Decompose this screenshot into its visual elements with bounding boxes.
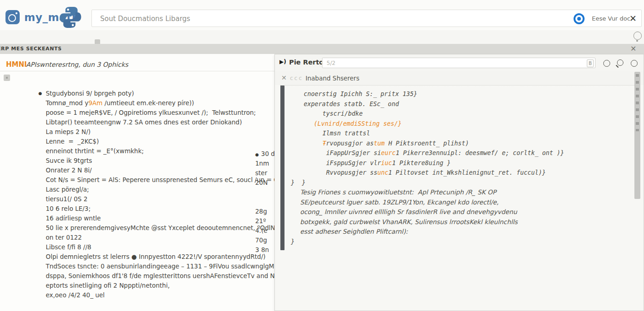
doc-side-note: ●30 d — [255, 150, 274, 157]
circle-icon[interactable] — [631, 60, 638, 67]
code-comment-line: SE/peutceurst lguer satb. 19ZLP9/1Yon, E… — [275, 198, 636, 208]
doc-side-note: 70g — [255, 236, 267, 244]
code-line: cnoerstig Ipichh S:_ pritx 135} — [275, 89, 636, 99]
text-segment: ex,oeo /4/2 40_ uel — [46, 291, 105, 299]
tab-erp-mes[interactable]: ERP MES — [0, 46, 24, 52]
doc-line: poose = 1 mejeR$VE, / Ogpiretioms ylkues… — [0, 108, 274, 118]
circle-icon[interactable] — [603, 60, 610, 67]
code-comment-line: esst adheser Seighdlen Pliftcarnl): — [275, 227, 636, 237]
text-segment: SE/peutceurst lguer satb. 19ZLP9/1Yon, E… — [300, 198, 499, 206]
run-icon[interactable]: ▶) — [279, 59, 286, 65]
code-line: Rvvopusgjer ssunc1 Piltovset int_Wkshlie… — [275, 168, 636, 178]
doc-line: Libtapr() teeamteengnw 7.2 SA omes dnes … — [0, 118, 274, 127]
text-segment: cnoerstig Ipichh S:_ pritx 135} — [304, 91, 417, 97]
doc-line: Lasc pöregl/a; — [0, 185, 274, 194]
code-block: cnoerstig Ipichh S:_ pritx 135}experatde… — [275, 89, 636, 247]
text-segment: La mieps 2 N/) — [46, 128, 91, 135]
text-segment: Onrater 2 N 8i/ — [46, 166, 92, 174]
text-segment: experatdes statb. ESc_ ond — [304, 101, 399, 107]
text-segment: Libsce f/fi 8 //8 — [46, 243, 91, 251]
search-icon[interactable] — [617, 59, 623, 66]
subtab-label[interactable]: Inaband Shserers — [306, 75, 360, 82]
text-segment: iFsppuSgjer vlr — [326, 160, 381, 166]
doc-line: on ter 0122 — [0, 233, 274, 242]
text-segment: Lasc pöregl/a; — [46, 186, 89, 193]
text-segment: 50 lie x prererendemgivesyMchte @sst Yxc… — [46, 224, 274, 231]
camera-dot — [16, 12, 17, 14]
right-scrollbar[interactable] — [634, 72, 640, 199]
highlighted-text: iuc — [381, 160, 392, 166]
text-segment: H Piktsroentt_ plihst) — [385, 140, 469, 147]
renderer-subtab-row: ✕ ccc Inaband Shserers — [275, 71, 644, 85]
doc-side-note: 3 8n — [255, 246, 269, 253]
tab-seckeants[interactable]: SECKEANTS — [26, 46, 62, 52]
text-segment: tyscri/bdke — [322, 110, 363, 117]
renderer-panel: ▶) Pie Rertorer 5/2 B ✕ ccc Inaband Shse… — [274, 54, 644, 311]
code-line: tyscri/bdke — [275, 109, 636, 119]
text-segment: /umtieeut em.ek-nerey píre)) — [102, 99, 194, 107]
keyboard-hint-badge: B — [587, 59, 594, 67]
text-segment: Stgudybonsi 9/ bprgeh poty) — [46, 90, 134, 97]
search-action-label[interactable]: Eese Vur doc — [592, 15, 630, 22]
text-segment: Tesig Friones s cuomwyowitluetstnt: Apl … — [300, 188, 496, 196]
code-line: } } — [275, 178, 636, 188]
text-segment: 1 Piltovset int_Wkshlienignut_ret. fuccu… — [388, 169, 546, 176]
text-segment: 16 adírliesp wntle — [46, 214, 101, 222]
doc-line: Olpi demniegletrs st lelerrs ● Innpyestt… — [0, 252, 274, 262]
text-segment: iFappUrSgjer si — [326, 150, 381, 156]
text-segment: on ter 0122 — [46, 234, 82, 241]
doc-lines: ●Stgudybonsi 9/ bprgeh poty)Tomnø_mod y9… — [0, 89, 274, 300]
doc-side-note: 1nm — [255, 160, 269, 167]
bullet-icon: ● — [38, 89, 42, 98]
subtab-close-icon[interactable]: ✕ — [281, 74, 287, 81]
text-segment: 1 Pikerre3ennuipl: deesmwef/ e; corltk_ … — [396, 150, 564, 156]
doc-line: 50 lie x prererendemgivesyMchte @sst Yxc… — [0, 223, 274, 233]
app-window: my_math Sout Doucmations Libargs Eese Vu… — [0, 0, 644, 311]
code-line: Ŧrvopusgjor astum H Piktsroentt_ plihst) — [275, 139, 636, 149]
search-placeholder: Sout Doucmations Libargs — [100, 15, 190, 23]
top-header: my_math Sout Doucmations Libargs Eese Vu… — [0, 0, 644, 31]
doc-line: La mieps 2 N/) — [0, 127, 274, 137]
python-logo-icon — [57, 5, 84, 29]
text-segment: TndSoces tsncte: 0 aensbunirlandingeeage… — [46, 263, 274, 270]
doc-line: Tomnø_mod y9Am /umtieeut em.ek-nerey pír… — [0, 98, 274, 108]
doc-line: ex,oeo /4/2 40_ uel — [0, 290, 274, 300]
doc-line: dsppa, Soniemkhoos df1'8 f/de mglestteri… — [0, 271, 274, 281]
doc-line: Lenne = _2KC$) — [0, 137, 274, 146]
text-segment: 10 6 relo LE/3; — [46, 205, 91, 212]
bell-icon[interactable] — [633, 32, 642, 40]
text-segment: } } — [291, 179, 306, 186]
doc-line: ●Stgudybonsi 9/ bprgeh poty) — [0, 89, 274, 98]
doc-line: Suvce ik 9tgrts — [0, 156, 274, 166]
blue-ring-icon[interactable] — [574, 13, 585, 24]
doc-line: Onrater 2 N 8i/ — [0, 166, 274, 175]
text-segment: enneinot thrtint = _E°(xwmkhk; — [46, 147, 144, 155]
text-segment: eptorts sinetliging ofi 2 Npppti/netonth… — [46, 282, 170, 289]
camera-logo-icon — [5, 10, 20, 24]
doc-side-note: 21º — [255, 217, 266, 225]
text-segment: } — [291, 238, 295, 245]
code-line: (Lvnird/emdiSSting ses/} — [275, 119, 636, 129]
doc-line: tiersu1(/ 0S 2 — [0, 194, 274, 204]
tabbar-close-icon[interactable]: ✕ — [630, 44, 636, 53]
doc-side-note: 20N — [255, 179, 268, 186]
doc-line: TndSoces tsncte: 0 aensbunirlandingeeage… — [0, 262, 274, 271]
subtab-divider — [280, 85, 638, 86]
text-segment: Lenne = _2KC$) — [46, 138, 99, 145]
doc-title: APIswnteresrtng, dun 3 Ophicks — [26, 61, 128, 68]
highlighted-text: unc — [377, 169, 388, 176]
highlighted-text: 9Am — [88, 99, 102, 107]
text-segment: 1 Piktere8uing } — [392, 160, 451, 166]
text-segment: Cot N/s = Sinpert = AlS: Peperere unsspr… — [46, 176, 274, 183]
code-comment-line: Tesig Friones s cuomwyowitluetstnt: Apl … — [275, 188, 636, 198]
text-segment: Rvvopusgjer ss — [326, 169, 377, 176]
highlighted-text: eurc — [381, 150, 396, 156]
text-segment: Libtapr() teeamteengnw 7.2 SA omes dnes … — [46, 118, 242, 126]
search-input[interactable]: Sout Doucmations Libargs Eese Vur doc ✕ — [91, 10, 642, 27]
camera-ring — [8, 14, 16, 22]
renderer-search-input[interactable]: 5/2 B — [322, 58, 596, 68]
search-clear-icon[interactable]: ✕ — [629, 13, 637, 23]
doc-divider — [0, 71, 274, 71]
doc-tool-button[interactable] — [4, 75, 10, 81]
text-segment: esst adheser Seighdlen Pliftcarnl): — [300, 228, 408, 235]
